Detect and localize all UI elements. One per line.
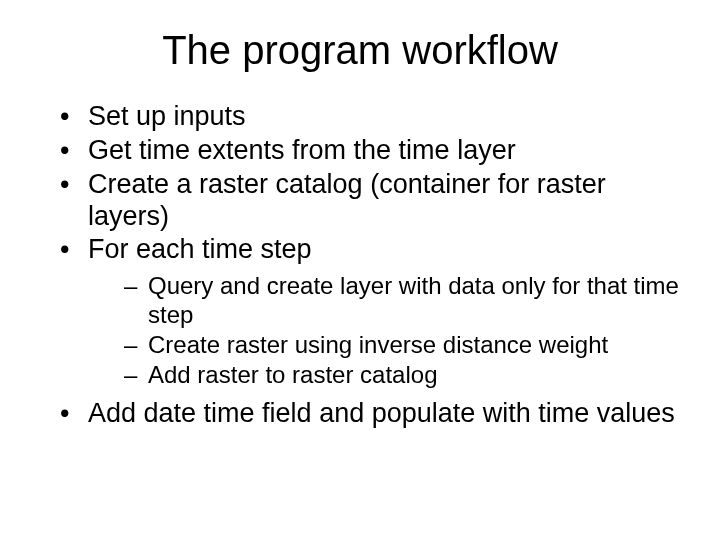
bullet-list: Set up inputs Get time extents from the …: [60, 101, 680, 429]
sub-bullet-item: Create raster using inverse distance wei…: [124, 331, 680, 359]
bullet-text: For each time step: [88, 234, 312, 264]
bullet-item: Create a raster catalog (container for r…: [60, 169, 680, 233]
bullet-item: Get time extents from the time layer: [60, 135, 680, 167]
bullet-item: Set up inputs: [60, 101, 680, 133]
sub-bullet-list: Query and create layer with data only fo…: [124, 272, 680, 389]
slide-title: The program workflow: [40, 28, 680, 73]
bullet-item: Add date time field and populate with ti…: [60, 398, 680, 430]
sub-bullet-item: Add raster to raster catalog: [124, 361, 680, 389]
bullet-item: For each time step Query and create laye…: [60, 234, 680, 389]
slide: The program workflow Set up inputs Get t…: [0, 0, 720, 540]
sub-bullet-item: Query and create layer with data only fo…: [124, 272, 680, 329]
